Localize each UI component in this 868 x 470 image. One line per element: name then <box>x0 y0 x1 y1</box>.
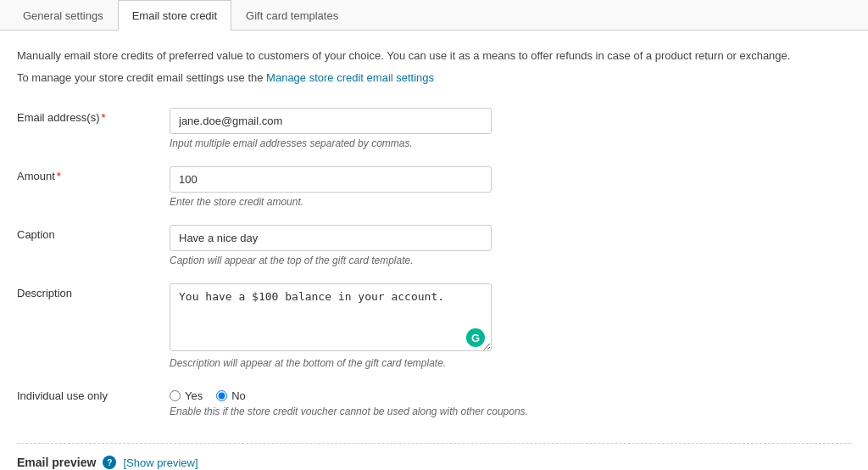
amount-required-star: * <box>57 170 61 182</box>
radio-yes-label[interactable]: Yes <box>170 389 203 402</box>
amount-row: Amount* Enter the store credit amount. <box>17 158 851 216</box>
description-field-cell: You have a $100 balance in your account.… <box>170 275 851 378</box>
caption-field-cell: Caption will appear at the top of the gi… <box>170 216 851 275</box>
radio-group: Yes No <box>170 389 851 402</box>
manage-link[interactable]: Manage store credit email settings <box>266 71 434 84</box>
form-table: Email address(s)* Input multiple email a… <box>17 99 851 426</box>
page-wrapper: General settings Email store credit Gift… <box>0 0 868 470</box>
info-line2: To manage your store credit email settin… <box>17 70 851 87</box>
email-required-star: * <box>102 111 106 124</box>
amount-input[interactable] <box>170 166 492 193</box>
amount-label: Amount* <box>17 158 170 216</box>
info-line1: Manually email store credits of preferre… <box>17 48 851 64</box>
description-textarea-wrapper: You have a $100 balance in your account.… <box>170 283 492 354</box>
email-input[interactable] <box>170 108 492 134</box>
info-line2-prefix: To manage your store credit email settin… <box>17 71 266 84</box>
individual-use-label: Individual use only <box>17 378 170 426</box>
tabs-bar: General settings Email store credit Gift… <box>0 0 868 31</box>
individual-use-hint: Enable this if the store credit voucher … <box>170 406 851 417</box>
individual-use-field-cell: Yes No Enable this if the store credit v… <box>170 378 851 426</box>
radio-no[interactable] <box>216 390 227 401</box>
email-field-cell: Input multiple email addresses separated… <box>170 99 851 158</box>
email-preview-title: Email preview ? [Show preview] <box>17 456 851 469</box>
description-label: Description <box>17 275 170 378</box>
main-content: Manually email store credits of preferre… <box>0 31 868 470</box>
caption-input[interactable] <box>170 225 492 251</box>
amount-hint: Enter the store credit amount. <box>170 196 851 208</box>
help-icon[interactable]: ? <box>103 456 116 469</box>
show-preview-link[interactable]: [Show preview] <box>123 456 198 469</box>
individual-use-row: Individual use only Yes No Enable this i… <box>17 378 851 426</box>
grammarly-icon: G <box>466 328 485 347</box>
email-hint: Input multiple email addresses separated… <box>170 137 851 149</box>
email-row: Email address(s)* Input multiple email a… <box>17 99 851 158</box>
tab-gift-card-templates[interactable]: Gift card templates <box>231 0 353 31</box>
email-preview-section: Email preview ? [Show preview] <box>17 443 851 469</box>
description-textarea[interactable]: You have a $100 balance in your account. <box>170 283 492 351</box>
caption-hint: Caption will appear at the top of the gi… <box>170 255 851 266</box>
radio-yes[interactable] <box>170 390 181 401</box>
amount-field-cell: Enter the store credit amount. <box>170 158 851 216</box>
tab-general-settings[interactable]: General settings <box>8 0 118 31</box>
description-hint: Description will appear at the bottom of… <box>170 357 851 369</box>
email-label: Email address(s)* <box>17 99 170 158</box>
tab-email-store-credit[interactable]: Email store credit <box>118 0 231 31</box>
caption-row: Caption Caption will appear at the top o… <box>17 216 851 275</box>
description-row: Description You have a $100 balance in y… <box>17 275 851 378</box>
radio-no-label[interactable]: No <box>216 389 246 402</box>
caption-label: Caption <box>17 216 170 275</box>
